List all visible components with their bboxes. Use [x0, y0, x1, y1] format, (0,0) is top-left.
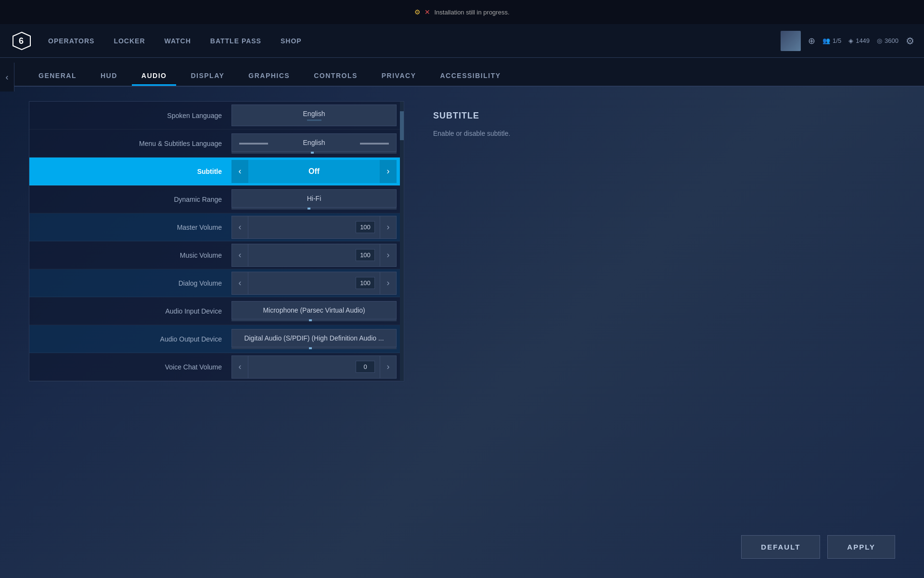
dialog-volume-prev[interactable]: ‹ [231, 272, 248, 295]
nav-bar: 6 OPERATORS LOCKER WATCH BATTLE PASS SHO… [0, 24, 924, 58]
music-volume-label: Music Volume [29, 251, 231, 259]
spoken-language-control[interactable]: English [231, 105, 404, 126]
dialog-volume-next[interactable]: › [380, 272, 397, 295]
voice-chat-track: 0 [248, 355, 380, 379]
master-volume-track: 100 [248, 216, 380, 239]
voice-chat-control[interactable]: ‹ 0 › [231, 355, 404, 379]
setting-voice-chat: Voice Chat Volume ‹ 0 › [29, 353, 404, 381]
dynamic-range-dropdown[interactable]: Hi-Fi [231, 189, 397, 208]
audio-input-label: Audio Input Device [29, 307, 231, 315]
setting-subtitle: Subtitle ‹ Off › [29, 158, 404, 185]
dialog-volume-arrow-control: ‹ 100 › [231, 272, 397, 295]
avatar[interactable] [781, 31, 801, 51]
currency1-value: 1449 [856, 37, 870, 44]
master-volume-control[interactable]: ‹ 100 › [231, 216, 404, 239]
audio-output-label: Audio Output Device [29, 335, 231, 343]
menu-language-dropdown[interactable]: ▬▬▬▬▬ English ▬▬▬▬▬ [231, 133, 397, 152]
voice-chat-next[interactable]: › [380, 355, 397, 379]
info-description: Enable or disable subtitle. [433, 128, 886, 139]
menu-language-control[interactable]: ▬▬▬▬▬ English ▬▬▬▬▬ [231, 133, 404, 154]
nav-watch[interactable]: WATCH [165, 37, 191, 45]
scrollbar-thumb[interactable] [400, 111, 404, 140]
voice-chat-arrow-control: ‹ 0 › [231, 355, 397, 379]
audio-input-dropdown[interactable]: Microphone (Parsec Virtual Audio) [231, 301, 397, 319]
gear-icon[interactable]: ⚙ [906, 35, 914, 47]
tab-privacy[interactable]: PRIVACY [372, 67, 426, 86]
subtitle-prev-btn[interactable]: ‹ [231, 160, 248, 183]
install-text: Installation still in progress. [434, 9, 509, 16]
tab-hud[interactable]: HUD [91, 67, 127, 86]
tab-general[interactable]: GENERAL [29, 67, 86, 86]
voice-chat-label: Voice Chat Volume [29, 363, 231, 371]
subtitle-value: Off [248, 160, 380, 183]
dynamic-range-control[interactable]: Hi-Fi [231, 189, 404, 210]
dialog-volume-value: 100 [356, 277, 375, 289]
music-volume-next[interactable]: › [380, 244, 397, 267]
nav-locker[interactable]: LOCKER [114, 37, 145, 45]
setting-dynamic-range: Dynamic Range Hi-Fi [29, 185, 404, 213]
tab-graphics[interactable]: GRAPHICS [239, 67, 299, 86]
master-volume-prev[interactable]: ‹ [231, 216, 248, 239]
nav-shop[interactable]: SHOP [281, 37, 302, 45]
spoken-language-label: Spoken Language [29, 112, 231, 119]
install-x-icon: ✕ [424, 8, 430, 16]
audio-output-dropdown[interactable]: Digital Audio (S/PDIF) (High Definition … [231, 329, 397, 347]
apply-button[interactable]: APPLY [827, 535, 895, 559]
audio-input-control[interactable]: Microphone (Parsec Virtual Audio) [231, 301, 404, 321]
currency1-icon: ◈ [848, 37, 853, 44]
music-volume-arrow-control: ‹ 100 › [231, 244, 397, 267]
game-logo: 6 [10, 29, 34, 53]
currency2-badge: ◎ 3600 [877, 37, 898, 44]
currency1-badge: ◈ 1449 [848, 37, 870, 44]
content-area: Spoken Language English Menu & Subtitles… [0, 87, 924, 396]
music-volume-value: 100 [356, 249, 375, 261]
subtitle-label: Subtitle [29, 168, 231, 175]
tab-audio[interactable]: AUDIO [132, 67, 177, 86]
master-volume-arrow-control: ‹ 100 › [231, 216, 397, 239]
settings-tabs: GENERAL HUD AUDIO DISPLAY GRAPHICS CONTR… [0, 58, 924, 87]
subtitle-control[interactable]: ‹ Off › [231, 160, 404, 183]
spoken-language-dropdown[interactable]: English [231, 105, 397, 126]
settings-panel: Spoken Language English Menu & Subtitles… [29, 101, 404, 381]
setting-menu-language: Menu & Subtitles Language ▬▬▬▬▬ English … [29, 130, 404, 158]
voice-chat-prev[interactable]: ‹ [231, 355, 248, 379]
nav-right: ⊕ 👥 1/5 ◈ 1449 ◎ 3600 ⚙ [781, 31, 914, 51]
music-volume-prev[interactable]: ‹ [231, 244, 248, 267]
master-volume-value: 100 [356, 221, 375, 233]
friends-badge: 👥 1/5 [822, 37, 841, 44]
tab-display[interactable]: DISPLAY [181, 67, 234, 86]
tab-accessibility[interactable]: ACCESSIBILITY [430, 67, 510, 86]
install-notice: ⚙ ✕ Installation still in progress. [414, 8, 509, 16]
music-volume-control[interactable]: ‹ 100 › [231, 244, 404, 267]
bottom-buttons: DEFAULT APPLY [741, 535, 895, 559]
music-volume-track: 100 [248, 244, 380, 267]
info-title: SUBTITLE [433, 111, 886, 121]
master-volume-label: Master Volume [29, 223, 231, 231]
tab-controls[interactable]: CONTROLS [304, 67, 367, 86]
svg-text:6: 6 [19, 36, 24, 46]
subtitle-next-btn[interactable]: › [380, 160, 397, 183]
friends-count: 1/5 [833, 37, 841, 44]
dialog-volume-control[interactable]: ‹ 100 › [231, 272, 404, 295]
setting-audio-input: Audio Input Device Microphone (Parsec Vi… [29, 297, 404, 325]
install-icon: ⚙ [414, 8, 421, 16]
master-volume-next[interactable]: › [380, 216, 397, 239]
menu-language-label: Menu & Subtitles Language [29, 140, 231, 147]
install-bar: ⚙ ✕ Installation still in progress. [0, 0, 924, 24]
default-button[interactable]: DEFAULT [741, 535, 820, 559]
back-button[interactable]: ‹ [0, 63, 14, 92]
audio-output-control[interactable]: Digital Audio (S/PDIF) (High Definition … [231, 329, 404, 349]
setting-master-volume: Master Volume ‹ 100 › [29, 213, 404, 241]
currency2-icon: ◎ [877, 37, 882, 44]
setting-music-volume: Music Volume ‹ 100 › [29, 241, 404, 269]
nav-items: OPERATORS LOCKER WATCH BATTLE PASS SHOP [48, 37, 781, 45]
dynamic-range-label: Dynamic Range [29, 196, 231, 203]
nav-operators[interactable]: OPERATORS [48, 37, 94, 45]
setting-dialog-volume: Dialog Volume ‹ 100 › [29, 269, 404, 297]
info-panel: SUBTITLE Enable or disable subtitle. [424, 101, 895, 381]
dialog-volume-track: 100 [248, 272, 380, 295]
nav-battlepass[interactable]: BATTLE PASS [210, 37, 261, 45]
scrollbar[interactable] [400, 102, 404, 381]
setting-spoken-language: Spoken Language English [29, 102, 404, 130]
voice-chat-value: 0 [356, 361, 375, 373]
